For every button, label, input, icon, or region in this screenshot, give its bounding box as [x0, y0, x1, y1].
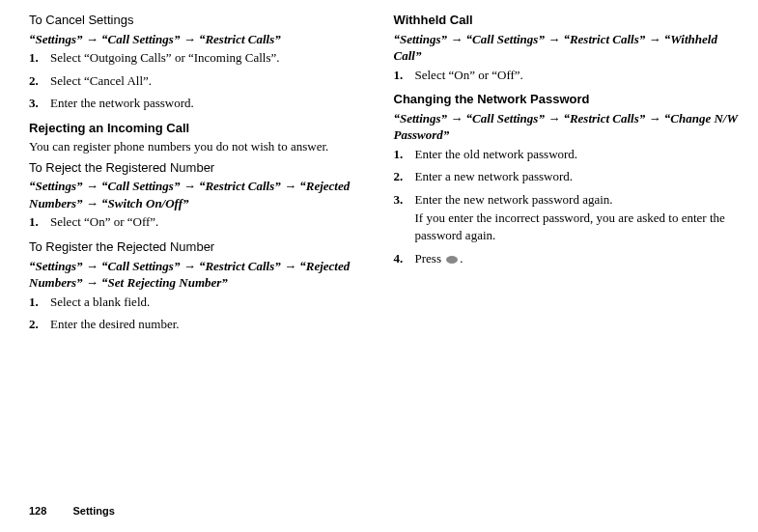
steps-reject-switch: Select “On” or “Off”. [29, 213, 375, 231]
step-item: Select “Cancel All”. [29, 72, 375, 90]
heading-reject-number: To Reject the Registered Number [29, 159, 375, 177]
heading-rejecting-call: Rejecting an Incoming Call [29, 120, 375, 137]
steps-withheld: Select “On” or “Off”. [394, 67, 740, 84]
heading-change-password: Changing the Network Password [394, 91, 740, 108]
steps-change-pw: Enter the old network password. Enter a … [394, 146, 740, 266]
step-item: Select “On” or “Off”. [29, 213, 375, 231]
step-item: Enter a new network password. [394, 168, 740, 185]
nav-path-reject-switch: “Settings” → “Call Settings” → “Restrict… [29, 178, 375, 211]
step-subtext: If you enter the incorrect password, you… [415, 210, 740, 243]
left-column: To Cancel Settings “Settings” → “Call Se… [29, 8, 375, 341]
nav-path-set-rejecting: “Settings” → “Call Settings” → “Restrict… [29, 258, 375, 292]
nav-path-cancel: “Settings” → “Call Settings” → “Restrict… [29, 31, 375, 48]
steps-cancel: Select “Outgoing Calls” or “Incoming Cal… [29, 49, 375, 112]
step-item: Enter the old network password. [394, 146, 740, 163]
step-item: Enter the new network password again. If… [394, 191, 740, 244]
step-item: Select “On” or “Off”. [394, 67, 740, 84]
center-key-icon [446, 256, 458, 264]
step-item: Enter the network password. [29, 95, 375, 112]
step-item: Enter the desired number. [29, 316, 375, 333]
body-rejecting: You can register phone numbers you do no… [29, 138, 375, 155]
step-text-post: . [460, 251, 463, 266]
step-text-pre: Press [415, 251, 445, 266]
step-item: Press . [394, 250, 740, 267]
steps-set-rejecting: Select a blank field. Enter the desired … [29, 294, 375, 333]
heading-withheld-call: Withheld Call [394, 12, 740, 29]
nav-path-withheld: “Settings” → “Call Settings” → “Restrict… [394, 31, 740, 65]
right-column: Withheld Call “Settings” → “Call Setting… [394, 8, 740, 341]
step-text: Enter the new network password again. [415, 192, 613, 207]
nav-path-change-pw: “Settings” → “Call Settings” → “Restrict… [394, 110, 740, 144]
step-item: Select “Outgoing Calls” or “Incoming Cal… [29, 49, 375, 67]
page-number: 128 [29, 505, 46, 517]
section-name: Settings [72, 505, 114, 517]
page-content: To Cancel Settings “Settings” → “Call Se… [29, 8, 739, 341]
heading-cancel-settings: To Cancel Settings [29, 12, 375, 29]
step-item: Select a blank field. [29, 294, 375, 311]
page-footer: 128 Settings [29, 504, 115, 518]
heading-register-rejected: To Register the Rejected Number [29, 238, 375, 256]
